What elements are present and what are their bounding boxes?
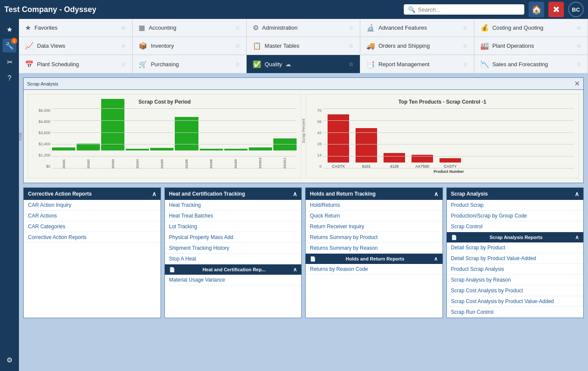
bar-2019-11: 2019/11 xyxy=(273,138,297,169)
sidebar-item-tools[interactable]: 🔧 1 xyxy=(3,39,16,52)
heat-treat-item[interactable]: Heat Treat Batches xyxy=(165,211,302,221)
scrap-analysis-list-title: Scrap Analysis xyxy=(451,191,488,197)
nav-orders-star[interactable]: ☆ xyxy=(463,43,468,49)
corrective-action-item-1[interactable]: CAR Action Inquiry xyxy=(24,200,161,211)
nav-master-tables[interactable]: 📋 Master Tables ☆ xyxy=(247,37,360,55)
nav-report-mgmt-star[interactable]: ☆ xyxy=(463,61,468,67)
shipment-tracking-item[interactable]: Shipment Tracking History xyxy=(165,243,302,254)
sidebar-item-scissors[interactable]: ✂ xyxy=(3,55,16,69)
product-scrap-analysis-item[interactable]: Product Scrap Analysis xyxy=(447,264,584,275)
corrective-action-item-2[interactable]: CAR Actions xyxy=(24,211,161,221)
search-icon: 🔍 xyxy=(408,6,415,13)
bar-4128: 4128 xyxy=(384,153,405,169)
nav-advanced-star[interactable]: ☆ xyxy=(463,25,468,31)
holds-reports-chevron[interactable]: ∧ xyxy=(434,256,438,262)
bar-2019-1: 2019/1 xyxy=(52,147,75,169)
scrap-reports-chevron[interactable]: ∧ xyxy=(575,234,579,240)
heat-certification-chevron[interactable]: ∧ xyxy=(293,190,297,197)
scrap-analysis-reason-item[interactable]: Scrap Analysis by Reason xyxy=(447,275,584,285)
nav-report-management[interactable]: 📑 Report Management ☆ xyxy=(360,55,474,73)
quick-return-item[interactable]: Quick Return xyxy=(306,211,443,221)
material-usage-item[interactable]: Material Usage Variance xyxy=(165,275,302,285)
close-button[interactable]: ✖ xyxy=(548,2,564,17)
scrap-panel-close[interactable]: ✕ xyxy=(574,80,580,88)
detail-scrap-value-item[interactable]: Detail Scrap by Product Value-Added xyxy=(447,253,584,264)
nav-data-views-label: Data Views xyxy=(37,43,65,49)
nav-purchasing[interactable]: 🛒 Purchasing ☆ xyxy=(133,55,246,73)
nav-favorites-star[interactable]: ☆ xyxy=(121,25,126,31)
nav-scheduling-star[interactable]: ☆ xyxy=(121,61,126,67)
scissors-icon: ✂ xyxy=(7,58,12,66)
nav-accounting-star[interactable]: ☆ xyxy=(235,25,240,31)
corrective-action-item-4[interactable]: Corrective Action Reports xyxy=(24,232,161,243)
scrap-cost-value-item[interactable]: Scrap Cost Analysis by Product Value-Add… xyxy=(447,296,584,307)
product-scrap-item[interactable]: Product Scrap xyxy=(447,200,584,211)
nav-accounting[interactable]: ▦ Accounting ☆ xyxy=(133,19,246,37)
heat-certification-panel: Heat and Certification Tracking ∧ Heat T… xyxy=(164,187,302,318)
user-avatar[interactable]: BC xyxy=(568,2,584,17)
nav-plant-operations[interactable]: 🏭 Plant Operations ☆ xyxy=(474,37,588,55)
nav-quality[interactable]: ✅ Quality ☁ ☆ xyxy=(247,55,360,73)
nav-inventory[interactable]: 📦 Inventory ☆ xyxy=(133,37,246,55)
holds-return-panel: Holds and Return Tracking ∧ Hold/Returns… xyxy=(305,187,443,318)
gear-icon: ⚙ xyxy=(6,356,12,364)
heat-tracking-item[interactable]: Heat Tracking xyxy=(165,200,302,211)
nav-costing-quoting[interactable]: 💰 Costing and Quoting ☆ xyxy=(474,19,588,37)
sidebar-item-help[interactable]: ? xyxy=(3,71,16,85)
search-input[interactable] xyxy=(418,6,520,13)
nav-inventory-label: Inventory xyxy=(151,43,173,49)
scrap-cost-product-item[interactable]: Scrap Cost Analysis by Product xyxy=(447,285,584,296)
detail-scrap-product-item[interactable]: Detail Scrap by Product xyxy=(447,242,584,253)
nav-row-2: 📈 Data Views ☆ 📦 Inventory ☆ 📋 Master Ta… xyxy=(19,37,588,55)
sidebar-item-favorites[interactable]: ★ xyxy=(3,22,16,36)
nav-advanced-label: Advanced Features xyxy=(378,25,427,31)
nav-favorites[interactable]: ★ Favorites ☆ xyxy=(19,19,133,37)
nav-plant-ops-star[interactable]: ☆ xyxy=(576,43,582,49)
admin-icon: ⚙ xyxy=(253,24,259,32)
scrap-analysis-chevron[interactable]: ∧ xyxy=(575,190,579,197)
holds-return-title: Holds and Return Tracking xyxy=(310,191,376,197)
nav-quality-star[interactable]: ☆ xyxy=(349,61,354,67)
production-scrap-item[interactable]: Production/Scrap by Group Code xyxy=(447,211,584,221)
nav-purchasing-star[interactable]: ☆ xyxy=(235,61,240,67)
hold-returns-item[interactable]: Hold/Returns xyxy=(306,200,443,211)
nav-sales-label: Sales and Forecasting xyxy=(492,61,548,67)
nav-orders-shipping[interactable]: 🚚 Orders and Shipping ☆ xyxy=(360,37,474,55)
costing-icon: 💰 xyxy=(480,24,489,32)
home-button[interactable]: 🏠 xyxy=(529,2,544,17)
return-receiver-item[interactable]: Return Receiver Inquiry xyxy=(306,221,443,232)
nav-data-views[interactable]: 📈 Data Views ☆ xyxy=(19,37,133,55)
heat-cert-reports-subheader: 📄 Heat and Certification Rep... ∧ xyxy=(165,264,302,275)
lot-tracking-item[interactable]: Lot Tracking xyxy=(165,221,302,232)
corrective-action-chevron[interactable]: ∧ xyxy=(152,190,156,197)
nav-sales-star[interactable]: ☆ xyxy=(576,61,582,67)
holds-doc-icon: 📄 xyxy=(310,256,316,262)
nav-sales-forecasting[interactable]: 📉 Sales and Forecasting ☆ xyxy=(474,55,588,73)
returns-summary-product-item[interactable]: Returns Summary by Product xyxy=(306,232,443,243)
holds-return-chevron[interactable]: ∧ xyxy=(434,190,438,197)
bar-2019-3: 2019/3 xyxy=(101,99,124,169)
scrap-control-item[interactable]: Scrap Control xyxy=(447,221,584,232)
heat-cert-reports-chevron[interactable]: ∧ xyxy=(293,267,297,273)
scrap-analysis-list-panel: Scrap Analysis ∧ Product Scrap Productio… xyxy=(446,187,584,318)
physical-property-item[interactable]: Physical Property Mass Add xyxy=(165,232,302,243)
returns-reason-code-item[interactable]: Returns by Reason Code xyxy=(306,264,443,275)
nav-data-views-star[interactable]: ☆ xyxy=(121,43,126,49)
nav-admin-star[interactable]: ☆ xyxy=(349,25,354,31)
nav-orders-label: Orders and Shipping xyxy=(378,43,430,49)
left-chart-y-axis: $6,000 $4,800 $3,600 $2,400 $1,200 $0 xyxy=(33,108,52,169)
bar-2019-5: 2019/5 xyxy=(150,148,173,169)
nav-master-tables-star[interactable]: ☆ xyxy=(349,43,354,49)
sidebar-item-settings[interactable]: ⚙ xyxy=(3,353,16,367)
nav-advanced-features[interactable]: 🔬 Advanced Features ☆ xyxy=(360,19,474,37)
nav-costing-star[interactable]: ☆ xyxy=(576,25,582,31)
nav-plant-scheduling[interactable]: 📅 Plant Scheduling ☆ xyxy=(19,55,133,73)
nav-administration[interactable]: ⚙ Administration ☆ xyxy=(247,19,360,37)
returns-summary-reason-item[interactable]: Returns Summary by Reason xyxy=(306,243,443,254)
nav-row-3: 📅 Plant Scheduling ☆ 🛒 Purchasing ☆ ✅ Qu… xyxy=(19,55,588,73)
stop-heat-item[interactable]: Stop A Heat xyxy=(165,254,302,264)
scrap-run-control-item[interactable]: Scrap Run Control xyxy=(447,307,584,318)
corrective-action-item-3[interactable]: CAR Categories xyxy=(24,221,161,232)
scrap-reports-label: Scrap Analysis Reports xyxy=(489,235,542,240)
nav-inventory-star[interactable]: ☆ xyxy=(235,43,240,49)
